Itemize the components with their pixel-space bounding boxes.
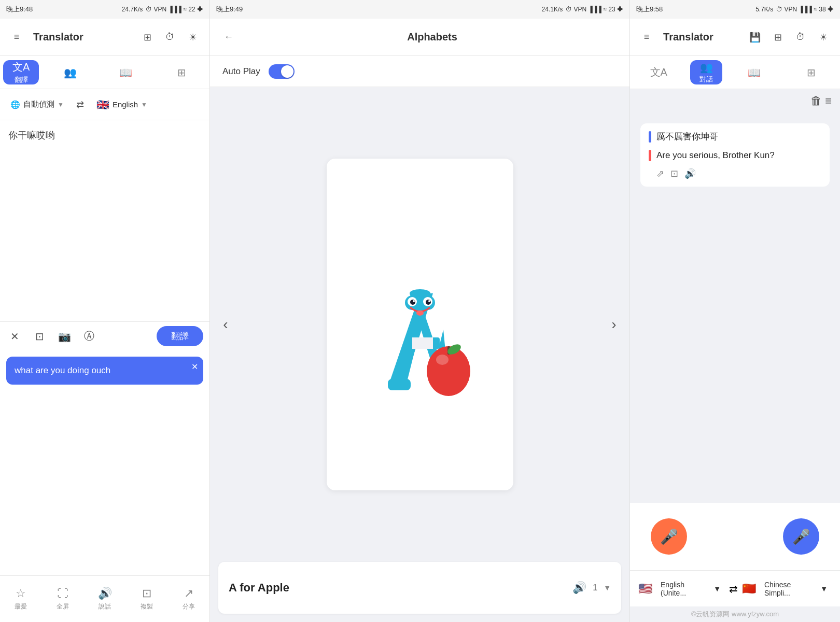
copy-action-icon[interactable]: ⊡ xyxy=(670,168,678,179)
right-clock-icon[interactable]: ⏱ xyxy=(792,29,809,46)
left-action-bar: ✕ ⊡ 📷 Ⓐ 翻譯 xyxy=(0,321,209,350)
right-grid-icon[interactable]: ⊞ xyxy=(769,29,786,46)
chat-source-bar xyxy=(649,131,651,143)
right-save-icon[interactable]: 💾 xyxy=(747,29,763,46)
next-arrow[interactable]: › xyxy=(604,314,624,335)
result-close-btn[interactable]: ✕ xyxy=(191,362,198,372)
chat-area: 厲不厲害你坤哥 Are you serious, Brother Kun? ⇗ … xyxy=(630,113,840,503)
keyboard-icon[interactable]: ⊡ xyxy=(31,328,48,345)
source-dropdown-arrow: ▼ xyxy=(58,101,64,108)
card-dropdown-arrow[interactable]: ▼ xyxy=(604,584,611,592)
watermark: ©云帆资源网 www.yfzyw.com xyxy=(630,606,840,622)
left-tab-translate[interactable]: 文A 翻譯 xyxy=(3,60,39,84)
share-action-icon[interactable]: ⇗ xyxy=(656,168,664,179)
left-mic-button[interactable]: 🎤 xyxy=(651,518,687,555)
result-text: what are you doing ouch xyxy=(15,364,195,377)
toggle-knob xyxy=(281,65,293,78)
prev-arrow[interactable]: ‹ xyxy=(215,314,236,335)
fullscreen-icon: ⛶ xyxy=(57,587,68,600)
right-status-bar: 晚上9:58 5.7K/s ⏱ VPN ▐▐▐ ≈ 38 ✦ xyxy=(630,0,840,19)
source-lang-btn[interactable]: 🌐 自動偵測 ▼ xyxy=(6,97,68,111)
right-tab-grid[interactable]: ⊞ xyxy=(783,56,840,89)
source-flag-right: 🇺🇸 xyxy=(638,582,652,596)
delete-history-icon[interactable]: 🗑 ≡ xyxy=(810,94,832,108)
alphabet-card-container: ‹ xyxy=(210,87,629,562)
target-lang-select[interactable]: Chinese Simpli... ▼ xyxy=(760,578,832,599)
sound-action-icon[interactable]: 🔊 xyxy=(684,168,696,179)
right-tab-conversation[interactable]: 👥 對話 xyxy=(690,60,722,84)
svg-point-14 xyxy=(413,300,415,302)
favorites-icon: ☆ xyxy=(16,587,26,600)
fullscreen-label: 全屏 xyxy=(57,602,69,611)
camera-icon[interactable]: 📷 xyxy=(56,328,73,345)
right-menu-icon[interactable]: ≡ xyxy=(638,29,655,46)
target-flag: 🇬🇧 xyxy=(96,98,109,111)
chat-message-block: 厲不厲害你坤哥 Are you serious, Brother Kun? ⇗ … xyxy=(640,123,830,187)
autoplay-toggle[interactable] xyxy=(269,64,295,79)
svg-point-19 xyxy=(436,355,449,365)
left-tab-book[interactable]: 📖 xyxy=(98,56,154,89)
right-tab-book[interactable]: 📖 xyxy=(725,56,782,89)
translation-result-box: ✕ what are you doing ouch xyxy=(6,357,203,385)
left-result-content xyxy=(0,391,209,575)
target-lang-label: English xyxy=(113,100,138,109)
chat-target-bar xyxy=(649,150,651,161)
card-info-bar: A for Apple 🔊 1 ▼ xyxy=(218,562,621,614)
circle-a-icon[interactable]: Ⓐ xyxy=(81,328,97,345)
left-bottom-bar: ☆ 最愛 ⛶ 全屏 🔊 說話 ⊡ 複製 ↗ 分享 xyxy=(0,575,209,622)
right-translate-icon: 文A xyxy=(650,65,667,79)
back-arrow-icon[interactable]: ← xyxy=(220,29,237,46)
card-sound-icon[interactable]: 🔊 xyxy=(572,581,586,595)
target-lang-btn[interactable]: 🇬🇧 English ▼ xyxy=(92,96,151,113)
translate-button[interactable]: 翻譯 xyxy=(157,326,203,346)
right-convo-icon: 👥 xyxy=(700,61,713,74)
globe-icon: 🌐 xyxy=(10,100,20,109)
target-dropdown-arrow: ▼ xyxy=(141,101,147,108)
right-tab-translate[interactable]: 文A xyxy=(630,56,687,89)
left-tab-copy[interactable]: ⊡ 複製 xyxy=(125,587,167,611)
left-tab-speak[interactable]: 🔊 說話 xyxy=(84,587,126,611)
copy-label: 複製 xyxy=(141,602,153,611)
left-tab-grid[interactable]: ⊞ xyxy=(153,56,209,89)
right-grid2-icon: ⊞ xyxy=(807,66,816,79)
svg-point-13 xyxy=(426,300,431,305)
right-mic-icon: 🎤 xyxy=(792,528,810,545)
left-tab-favorites[interactable]: ☆ 最愛 xyxy=(0,587,42,611)
chat-action-buttons: ⇗ ⊡ 🔊 xyxy=(656,168,821,179)
left-menu-icon[interactable]: ≡ xyxy=(8,29,25,46)
right-mic-button[interactable]: 🎤 xyxy=(783,518,819,555)
target-lang-dropdown: ▼ xyxy=(820,585,828,593)
mic-area: 🎤 🎤 xyxy=(630,503,840,570)
left-tab-group[interactable]: 👥 xyxy=(42,56,98,89)
share-label: 分享 xyxy=(183,602,195,611)
middle-status-time: 晚上9:49 xyxy=(216,5,243,14)
left-status-right: 24.7K/s ⏱ VPN ▐▐▐ ≈ 22 ✦ xyxy=(122,6,204,13)
svg-point-15 xyxy=(428,300,430,302)
left-tab-share[interactable]: ↗ 分享 xyxy=(167,587,209,611)
left-grid-icon[interactable]: ⊞ xyxy=(139,29,156,46)
clear-icon[interactable]: ✕ xyxy=(6,328,23,345)
autoplay-label: Auto Play xyxy=(222,66,260,77)
autoplay-bar: Auto Play xyxy=(210,56,629,87)
right-toolbar: ≡ Translator 💾 ⊞ ⏱ ☀ xyxy=(630,19,840,56)
page-number: 1 xyxy=(593,583,597,592)
copy-icon: ⊡ xyxy=(142,587,151,600)
source-lang-select[interactable]: English (Unite... ▼ xyxy=(656,578,725,599)
right-status-time: 晚上9:58 xyxy=(636,5,663,14)
left-clock-icon[interactable]: ⏱ xyxy=(162,29,178,46)
left-settings-icon[interactable]: ☀ xyxy=(185,29,201,46)
right-app-title: Translator xyxy=(663,31,713,43)
source-lang-label: 自動偵測 xyxy=(23,100,54,109)
swap-lang-right-icon[interactable]: ⇄ xyxy=(729,583,738,595)
right-settings-icon[interactable]: ☀ xyxy=(815,29,832,46)
translate-icon: 文A xyxy=(12,60,30,74)
share-icon: ↗ xyxy=(184,587,193,600)
target-lang-name: Chinese Simpli... xyxy=(764,581,817,597)
middle-speed: 24.1K/s xyxy=(542,6,563,13)
left-tab-fullscreen[interactable]: ⛶ 全屏 xyxy=(42,587,84,611)
left-panel: 晚上9:48 24.7K/s ⏱ VPN ▐▐▐ ≈ 22 ✦ ≡ Transl… xyxy=(0,0,210,622)
swap-lang-icon[interactable]: ⇄ xyxy=(72,97,88,112)
left-input-area[interactable]: 你干嘛哎哟 xyxy=(0,120,209,321)
middle-title: Alphabets xyxy=(245,31,619,43)
right-bottom-lang-bar: 🇺🇸 English (Unite... ▼ ⇄ 🇨🇳 Chinese Simp… xyxy=(630,570,840,606)
